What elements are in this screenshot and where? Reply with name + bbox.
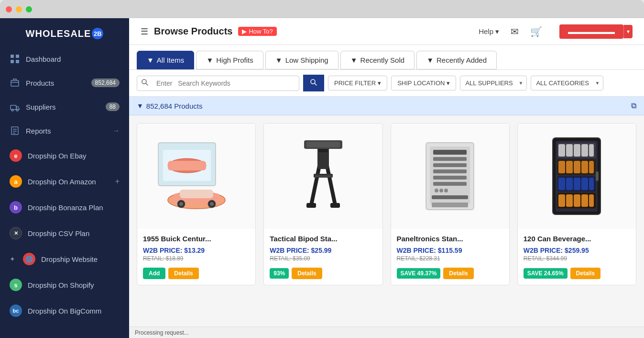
product-card: Paneltronics Stan... W2B PRICE: $115.59 … xyxy=(391,123,510,285)
price-filter-label: PRICE FILTER xyxy=(334,79,376,87)
sidebar-item-label: Dropship Website xyxy=(41,255,98,263)
details-button[interactable]: Details xyxy=(168,268,198,279)
svg-rect-50 xyxy=(566,144,573,157)
svg-point-7 xyxy=(16,109,18,111)
tab-high-profits[interactable]: ▼ High Profits xyxy=(196,51,263,69)
product-w2b-price: W2B PRICE: $115.59 xyxy=(397,247,503,254)
truck-icon xyxy=(10,101,20,112)
sidebar-item-products[interactable]: Products 852,684 xyxy=(0,71,129,95)
details-button[interactable]: Details xyxy=(443,268,473,279)
svg-rect-58 xyxy=(581,161,588,173)
svg-rect-32 xyxy=(315,175,332,177)
svg-rect-30 xyxy=(330,203,340,208)
tab-recently-added[interactable]: ▼ Recently Added xyxy=(416,51,497,69)
svg-rect-52 xyxy=(581,144,588,157)
svg-rect-40 xyxy=(433,182,467,186)
logo-badge: 2B xyxy=(92,28,103,39)
sidebar-nav: Dashboard Products 852,684 xyxy=(0,47,129,338)
product-info: Paneltronics Stan... W2B PRICE: $115.59 … xyxy=(391,229,509,268)
sidebar-item-suppliers[interactable]: Suppliers 88 xyxy=(0,95,129,119)
copy-icon[interactable]: ⧉ xyxy=(631,101,636,110)
suppliers-badge: 88 xyxy=(106,102,120,111)
svg-rect-29 xyxy=(306,203,316,208)
sidebar-item-label: Dropship CSV Plan xyxy=(28,229,89,237)
tab-recently-sold[interactable]: ▼ Recently Sold xyxy=(340,51,415,69)
cart-icon[interactable]: 🛒 xyxy=(530,26,542,37)
product-w2b-price: W2B PRICE: $25.99 xyxy=(270,247,376,254)
how-to-button[interactable]: ▶ How To? xyxy=(238,27,276,36)
add-button[interactable]: Add xyxy=(143,268,165,279)
hamburger-icon[interactable]: ☰ xyxy=(141,26,148,37)
svg-rect-45 xyxy=(432,203,468,207)
search-icon-left xyxy=(137,79,153,88)
close-button[interactable] xyxy=(6,6,12,12)
ship-location-button[interactable]: SHIP LOCATION ▾ xyxy=(391,76,456,90)
suppliers-select[interactable]: ALL SUPPLIERS xyxy=(460,76,527,90)
sidebar-item-label: Dropship On Shopify xyxy=(28,281,94,289)
categories-select[interactable]: ALL CATEGORIES xyxy=(531,76,603,90)
svg-rect-63 xyxy=(574,178,580,190)
filter-tabs: ▼ All Items ▼ High Profits ▼ Low Shippin… xyxy=(129,45,644,70)
svg-rect-44 xyxy=(432,195,468,199)
svg-rect-4 xyxy=(11,80,19,86)
sidebar-item-website[interactable]: ✦ 🌐 Dropship Website xyxy=(0,246,129,272)
chevron-down-icon: ▾ xyxy=(378,79,381,87)
svg-rect-36 xyxy=(433,157,467,161)
product-retail-price: RETAIL: $228.31 xyxy=(397,255,503,262)
filter-icon: ▼ xyxy=(426,56,434,64)
sidebar-item-csv[interactable]: ✕ Dropship CSV Plan xyxy=(0,220,129,246)
product-info: 120 Can Beverage... W2B PRICE: $259.95 R… xyxy=(518,229,636,268)
sidebar-item-reports[interactable]: Reports → xyxy=(0,119,129,143)
sidebar-item-label: Dashboard xyxy=(26,55,61,63)
user-dropdown-arrow[interactable]: ▾ xyxy=(623,25,633,38)
product-retail-price: RETAIL: $35.09 xyxy=(270,255,376,262)
tab-label: Low Shipping xyxy=(285,56,328,64)
product-actions: Add Details xyxy=(137,268,255,285)
help-button[interactable]: Help ▾ xyxy=(479,27,499,36)
svg-rect-67 xyxy=(558,194,565,207)
svg-rect-35 xyxy=(433,150,467,155)
tab-all-items[interactable]: ▼ All Items xyxy=(137,51,194,69)
search-button[interactable] xyxy=(303,75,324,91)
search-bar-row: PRICE FILTER ▾ SHIP LOCATION ▾ ALL SUPPL… xyxy=(129,70,644,97)
svg-point-22 xyxy=(210,202,214,206)
svg-rect-59 xyxy=(589,161,594,173)
sidebar-item-ebay[interactable]: e Dropship On Ebay xyxy=(0,143,129,169)
product-name: 1955 Buick Centur... xyxy=(143,235,250,243)
svg-point-41 xyxy=(435,189,438,192)
sidebar-item-bonanza[interactable]: b Dropship Bonanza Plan xyxy=(0,194,129,220)
minimize-button[interactable] xyxy=(16,6,22,12)
star-icon: ✦ xyxy=(10,255,15,263)
details-button[interactable]: Details xyxy=(570,268,600,279)
product-name: Tactical Bipod Sta... xyxy=(270,235,376,243)
svg-point-43 xyxy=(444,189,448,192)
chevron-down-icon: ▾ xyxy=(447,79,450,87)
sidebar-item-bigcomm[interactable]: bc Dropship On BigComm xyxy=(0,298,129,324)
svg-rect-69 xyxy=(574,194,580,207)
csv-icon: ✕ xyxy=(10,227,22,239)
product-card: GM 1955 Buick Cent xyxy=(137,123,256,285)
product-image: GM xyxy=(137,124,255,229)
sidebar-item-dashboard[interactable]: Dashboard xyxy=(0,47,129,71)
svg-rect-72 xyxy=(596,171,599,181)
mail-icon[interactable]: ✉ xyxy=(511,26,519,37)
tab-label: Recently Added xyxy=(437,56,487,64)
categories-select-wrapper: ALL CATEGORIES xyxy=(531,76,603,90)
sidebar-item-label: Dropship On BigComm xyxy=(28,307,101,315)
svg-rect-64 xyxy=(581,178,588,190)
status-bar: Processing request... xyxy=(129,327,644,338)
search-input[interactable] xyxy=(153,76,248,90)
maximize-button[interactable] xyxy=(26,6,32,12)
filter-count-icon: ▼ xyxy=(137,102,143,110)
tab-low-shipping[interactable]: ▼ Low Shipping xyxy=(265,51,338,69)
svg-rect-0 xyxy=(11,55,14,58)
user-account-button[interactable]: ▬▬▬▬▬▬▬ xyxy=(559,24,623,39)
product-card: Tactical Bipod Sta... W2B PRICE: $25.99 … xyxy=(263,123,382,285)
filter-icon: ▼ xyxy=(206,56,213,64)
sidebar-item-shopify[interactable]: s Dropship On Shopify xyxy=(0,272,129,298)
product-card: 120 Can Beverage... W2B PRICE: $259.95 R… xyxy=(517,123,636,285)
price-filter-button[interactable]: PRICE FILTER ▾ xyxy=(328,76,387,90)
svg-rect-55 xyxy=(558,161,565,173)
sidebar-item-amazon[interactable]: a Dropship On Amazon + xyxy=(0,169,129,194)
details-button[interactable]: Details xyxy=(292,268,322,279)
